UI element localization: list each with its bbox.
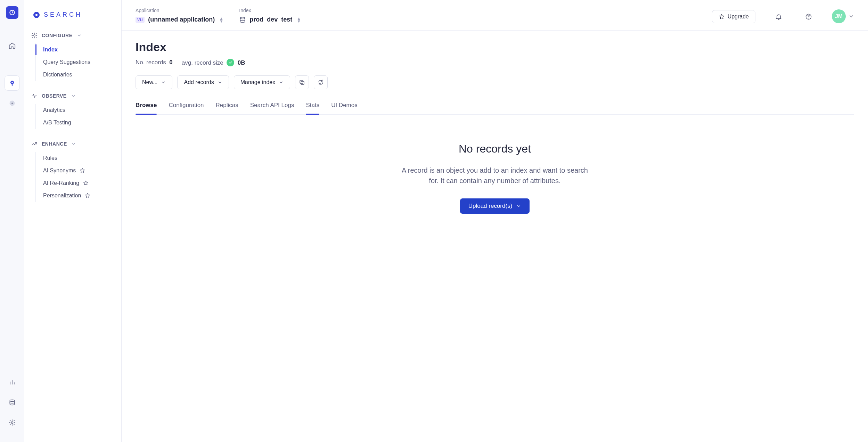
upload-records-button[interactable]: Upload record(s) xyxy=(460,198,530,214)
rail-analytics-icon[interactable] xyxy=(5,375,20,390)
star-icon xyxy=(83,180,89,186)
icon-rail xyxy=(0,0,24,442)
main-area: Application VU (unnamed application) ▴▾ … xyxy=(122,0,868,442)
nav-label: AI Synonyms xyxy=(43,167,76,174)
tab-replicas[interactable]: Replicas xyxy=(216,100,238,114)
page-title: Index xyxy=(136,40,854,54)
nav-label: Dictionaries xyxy=(43,72,72,78)
tab-label: Stats xyxy=(306,102,319,108)
tab-stats[interactable]: Stats xyxy=(306,100,319,114)
database-icon xyxy=(239,16,246,23)
help-icon[interactable] xyxy=(802,10,815,23)
index-name: prod_dev_test xyxy=(249,16,292,23)
app-badge: VU xyxy=(136,17,145,23)
chevron-down-icon xyxy=(516,204,521,208)
brand-logo-icon[interactable] xyxy=(6,6,18,19)
index-selector-label: Index xyxy=(239,8,300,13)
star-icon xyxy=(719,14,725,20)
sidebar-item-rules[interactable]: Rules xyxy=(43,152,114,164)
tab-search-api-logs[interactable]: Search API Logs xyxy=(250,100,294,114)
btn-label: New... xyxy=(142,79,157,85)
sidebar: SEARCH CONFIGURE Index Query Suggestions… xyxy=(24,0,122,442)
sidebar-item-dictionaries[interactable]: Dictionaries xyxy=(43,68,114,81)
tab-ui-demos[interactable]: UI Demos xyxy=(331,100,358,114)
nav-label: AI Re-Ranking xyxy=(43,180,79,186)
sidebar-item-personalization[interactable]: Personalization xyxy=(43,189,114,202)
rail-recommend-icon[interactable] xyxy=(5,96,20,111)
svg-rect-10 xyxy=(301,81,304,84)
chevron-down-icon xyxy=(849,14,854,19)
gear-icon xyxy=(31,32,38,39)
tab-label: Browse xyxy=(136,102,157,108)
sidebar-group-configure[interactable]: CONFIGURE xyxy=(31,32,114,39)
sidebar-item-ai-synonyms[interactable]: AI Synonyms xyxy=(43,164,114,177)
tab-label: Replicas xyxy=(216,102,238,108)
tab-label: Search API Logs xyxy=(250,102,294,108)
rail-settings-icon[interactable] xyxy=(5,415,20,430)
sidebar-item-ab-testing[interactable]: A/B Testing xyxy=(43,116,114,129)
nav-label: Analytics xyxy=(43,107,65,113)
chevron-down-icon xyxy=(279,80,284,85)
star-icon xyxy=(79,167,85,174)
upgrade-label: Upgrade xyxy=(728,14,749,20)
tab-label: UI Demos xyxy=(331,102,358,108)
avg-size-label: avg. record size xyxy=(182,59,223,66)
sidebar-item-ai-reranking[interactable]: AI Re-Ranking xyxy=(43,177,114,189)
btn-label: Add records xyxy=(184,79,214,85)
tab-configuration[interactable]: Configuration xyxy=(169,100,204,114)
avatar: JM xyxy=(832,9,846,23)
sidebar-group-enhance[interactable]: ENHANCE xyxy=(31,141,114,147)
svg-point-4 xyxy=(10,400,14,402)
app-selector-label: Application xyxy=(136,8,222,13)
sidebar-group-observe[interactable]: OBSERVE xyxy=(31,93,114,99)
rail-search-icon[interactable] xyxy=(5,75,20,91)
records-value: 0 xyxy=(169,59,172,66)
nav-label: A/B Testing xyxy=(43,120,71,126)
refresh-button[interactable] xyxy=(314,75,328,89)
empty-description: A record is an object you add to an inde… xyxy=(398,165,592,186)
btn-label: Upload record(s) xyxy=(468,203,513,210)
svg-point-2 xyxy=(11,82,13,83)
chevron-down-icon xyxy=(161,80,166,85)
empty-state: No records yet A record is an object you… xyxy=(136,115,854,214)
rail-data-icon[interactable] xyxy=(5,395,20,410)
sidebar-item-query-suggestions[interactable]: Query Suggestions xyxy=(43,56,114,68)
trend-icon xyxy=(31,141,38,147)
add-records-button[interactable]: Add records xyxy=(177,75,229,89)
pulse-icon xyxy=(31,93,38,99)
chevron-down-icon xyxy=(71,93,76,98)
product-brand[interactable]: SEARCH xyxy=(31,11,114,18)
manage-index-button[interactable]: Manage index xyxy=(234,75,290,89)
index-tabs: Browse Configuration Replicas Search API… xyxy=(136,100,854,115)
svg-point-5 xyxy=(11,422,13,424)
avg-size-value: 0B xyxy=(238,59,245,66)
rail-divider xyxy=(6,30,18,30)
account-menu[interactable]: JM xyxy=(832,9,854,23)
svg-point-6 xyxy=(34,35,35,36)
top-bar: Application VU (unnamed application) ▴▾ … xyxy=(122,0,868,31)
nav-label: Index xyxy=(43,47,58,53)
copy-button[interactable] xyxy=(295,75,309,89)
nav-label: Query Suggestions xyxy=(43,59,90,65)
notifications-icon[interactable] xyxy=(772,10,785,23)
tab-browse[interactable]: Browse xyxy=(136,100,157,114)
empty-title: No records yet xyxy=(142,142,847,155)
index-stats: No. records 0 avg. record size 0B xyxy=(136,59,854,66)
upgrade-button[interactable]: Upgrade xyxy=(712,10,755,23)
star-icon xyxy=(84,193,91,199)
brand-label: SEARCH xyxy=(44,11,82,18)
svg-point-7 xyxy=(240,17,245,19)
refresh-icon xyxy=(318,79,324,85)
app-name: (unnamed application) xyxy=(148,16,215,23)
nav-label: Rules xyxy=(43,155,57,161)
sidebar-item-index[interactable]: Index xyxy=(43,43,114,56)
new-button[interactable]: New... xyxy=(136,75,172,89)
app-selector[interactable]: Application VU (unnamed application) ▴▾ xyxy=(136,8,222,23)
chevron-down-icon xyxy=(218,80,222,85)
rail-home-icon[interactable] xyxy=(5,38,20,53)
tab-label: Configuration xyxy=(169,102,204,108)
check-icon xyxy=(227,59,234,66)
svg-rect-11 xyxy=(300,80,303,83)
sidebar-item-analytics[interactable]: Analytics xyxy=(43,104,114,116)
index-selector[interactable]: Index prod_dev_test ▴▾ xyxy=(239,8,300,23)
